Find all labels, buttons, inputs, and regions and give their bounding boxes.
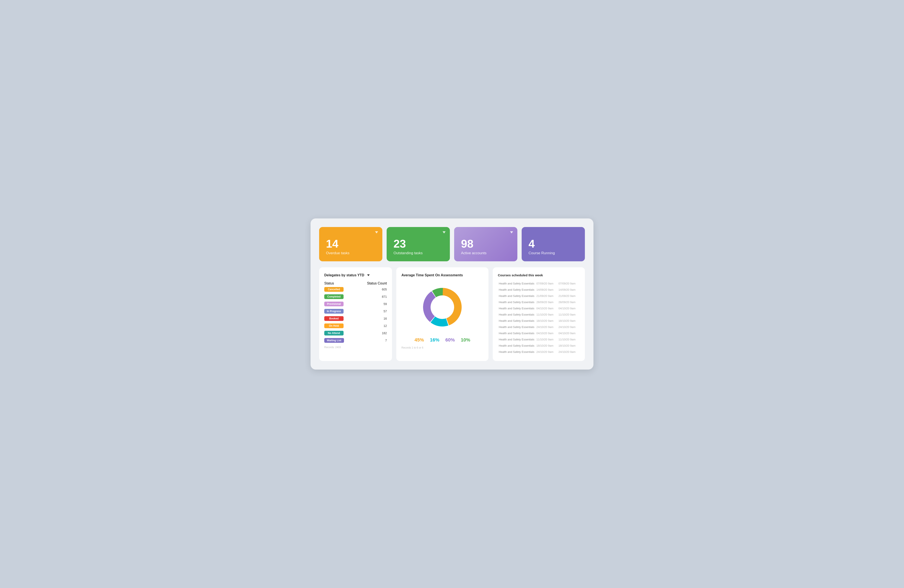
course-end: 24/10/20 9am [558,349,580,355]
table-row: Health and Safety Essentials18/10/20 9am… [498,343,580,349]
course-end: 14/09/20 9am [558,287,580,293]
table-row: Health and Safety Essentials11/10/20 9am… [498,311,580,318]
table-row: Health and Safety Essentials04/10/20 9am… [498,305,580,311]
active-label: Active accounts [461,251,510,255]
legend-item-0: 45% [414,337,424,343]
donut-panel: Average Time Spent On Assessments 45%16%… [396,267,488,361]
course-name: Health and Safety Essentials [498,311,536,318]
active-dropdown-icon[interactable] [510,231,513,234]
course-start: 21/09/20 9am [536,293,558,299]
outstanding-dropdown-icon[interactable] [443,231,446,234]
course-end: 04/10/20 9am [558,330,580,336]
status-row: Cancelled605 [324,287,387,292]
table-row: Health and Safety Essentials14/09/20 9am… [498,287,580,293]
status-badge: Cancelled [324,287,343,292]
table-row: Health and Safety Essentials18/10/20 9am… [498,318,580,324]
table-row: Health and Safety Essentials11/10/20 9am… [498,336,580,343]
course-start: 04/10/20 9am [536,305,558,311]
course-name: Health and Safety Essentials [498,287,536,293]
overdue-label: Overdue tasks [326,251,376,255]
donut-records: Records 1 to 6 or 6 [401,346,423,349]
dashboard: 14Overdue tasks23Outstanding tasks98Acti… [311,218,593,370]
course-start: 11/10/20 9am [536,311,558,318]
course-end: 11/10/20 9am [558,311,580,318]
stat-card-active[interactable]: 98Active accounts [454,227,517,261]
col-count-header: Status Count [367,281,387,285]
course-name: Health and Safety Essentials [498,318,536,324]
outstanding-label: Outstanding tasks [394,251,443,255]
table-row: Health and Safety Essentials28/09/20 9am… [498,299,580,305]
course-name: Health and Safety Essentials [498,324,536,330]
course-start: 18/10/20 9am [536,343,558,349]
course-start: 11/10/20 9am [536,336,558,343]
course-name: Health and Safety Essentials [498,293,536,299]
status-badge: Provisional [324,302,343,306]
status-badge: Booked [324,316,343,321]
course-end: 04/10/20 9am [558,305,580,311]
course-end: 28/09/20 9am [558,299,580,305]
status-count: 7 [385,339,387,342]
course-end: 21/09/20 9am [558,293,580,299]
stat-card-outstanding[interactable]: 23Outstanding tasks [387,227,450,261]
status-count: 182 [382,331,387,335]
course-start: 28/09/20 9am [536,299,558,305]
status-row: Booked16 [324,316,387,321]
course-name: Health and Safety Essentials [498,299,536,305]
overdue-dropdown-icon[interactable] [375,231,378,234]
status-count: 59 [383,302,387,306]
course-end: 11/10/20 9am [558,336,580,343]
donut-legend: 45%16%60%10% [414,337,470,343]
status-badge: No Attend [324,331,343,335]
course-start: 24/10/20 9am [536,349,558,355]
legend-item-3: 10% [461,337,470,343]
status-badge: In Progress [324,309,343,314]
status-row: In Progress57 [324,309,387,314]
table-row: Health and Safety Essentials21/09/20 9am… [498,293,580,299]
delegates-panel: Delegates by status YTD Status Status Co… [319,267,392,361]
course-name: Health and Safety Essentials [498,305,536,311]
outstanding-number: 23 [394,238,443,249]
status-row: Waiting List7 [324,338,387,343]
course-end: 18/10/20 9am [558,318,580,324]
stat-card-overdue[interactable]: 14Overdue tasks [319,227,382,261]
donut-container: 45%16%60%10% Records 1 to 6 or 6 [401,281,483,349]
status-count: 57 [383,310,387,313]
course-start: 18/10/20 9am [536,318,558,324]
status-count: 605 [382,288,387,291]
status-badge: Completed [324,294,343,299]
courses-panel: Courses scheduled this week Health and S… [493,267,585,361]
bottom-panels: Delegates by status YTD Status Status Co… [319,267,585,361]
course-start: 24/10/20 9am [536,324,558,330]
table-row: Health and Safety Essentials24/10/20 9am… [498,324,580,330]
legend-item-1: 16% [430,337,439,343]
delegates-records: Records: 2403 [324,346,387,349]
course-name: Health and Safety Essentials [498,280,536,287]
stat-cards-row: 14Overdue tasks23Outstanding tasks98Acti… [319,227,585,261]
courses-table: Health and Safety Essentials07/09/20 9am… [498,280,580,355]
stat-card-course[interactable]: 4Course Running [522,227,585,261]
courses-title: Courses scheduled this week [498,273,580,277]
status-row: Completed871 [324,294,387,299]
status-count: 12 [383,324,387,327]
course-name: Health and Safety Essentials [498,349,536,355]
delegates-header: Delegates by status YTD [324,273,387,277]
col-status-header: Status [324,281,334,285]
active-number: 98 [461,238,510,249]
overdue-number: 14 [326,238,376,249]
delegates-title: Delegates by status YTD [324,273,364,277]
status-count: 16 [383,317,387,320]
status-row: On Hold12 [324,324,387,328]
legend-item-2: 60% [446,337,455,343]
course-end: 18/10/20 9am [558,343,580,349]
status-badge: Waiting List [324,338,344,343]
status-row: Provisional59 [324,302,387,306]
course-start: 04/10/20 9am [536,330,558,336]
course-end: 07/09/20 9am [558,280,580,287]
course-name: Health and Safety Essentials [498,330,536,336]
course-number: 4 [528,238,578,249]
course-end: 24/10/20 9am [558,324,580,330]
donut-segment-2 [423,291,436,322]
course-label: Course Running [528,251,578,255]
delegates-dropdown-icon[interactable] [367,274,370,276]
course-start: 14/09/20 9am [536,287,558,293]
